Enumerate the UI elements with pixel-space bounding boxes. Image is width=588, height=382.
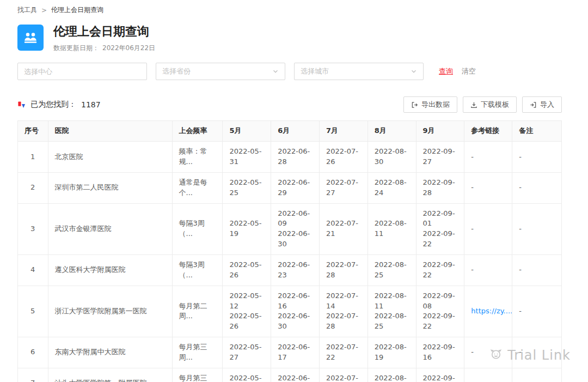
table-cell: 2022-05-19 [223, 203, 271, 254]
table-cell: 2022-08-19 [367, 337, 416, 368]
province-select[interactable]: 选择省份 [156, 63, 285, 80]
header-text: 伦理上会日期查询 数据更新日期： 2022年06月22日 [53, 25, 155, 53]
table-cell: 3 [18, 203, 48, 254]
export-data-label: 导出数据 [421, 100, 450, 110]
city-select-placeholder: 选择城市 [301, 66, 329, 76]
update-date-value: 2022年06月22日 [102, 44, 155, 53]
table-cell: 浙江大学医学院附属第一医院 [48, 286, 172, 337]
table-cell: - [464, 172, 512, 203]
table-header-cell: 序号 [18, 121, 48, 142]
export-data-button[interactable]: 导出数据 [403, 96, 457, 113]
download-icon [470, 101, 477, 108]
table-cell: 2022-07-21 [319, 368, 367, 382]
city-select[interactable]: 选择城市 [294, 63, 424, 80]
table-cell: 深圳市第二人民医院 [48, 172, 172, 203]
breadcrumb: 找工具 > 伦理上会日期查询 [17, 0, 562, 18]
table-cell: 2022-08-24 [367, 172, 416, 203]
search-button[interactable]: 查询 [439, 66, 453, 76]
table-cell: 2022-05-31 [223, 142, 271, 173]
table-cell: - [512, 337, 562, 368]
table-row: 5浙江大学医学院附属第一医院每月第二周...2022-05-12 2022-05… [18, 286, 562, 337]
result-count-icon [17, 101, 26, 109]
chevron-down-icon [272, 68, 279, 75]
table-cell: 2022-08-11 [367, 203, 416, 254]
table-body: 1北京医院频率：常规...2022-05-312022-06-282022-07… [18, 142, 562, 382]
clear-button[interactable]: 清空 [462, 66, 476, 76]
table-cell: 2022-05-25 [223, 172, 271, 203]
table-cell: 2022-08-30 [367, 142, 416, 173]
table-cell: 2022-05-27 [223, 337, 271, 368]
table-cell: 2022-07-28 [319, 254, 367, 286]
table-cell: - [512, 172, 562, 203]
table-cell: 2022-09-22 [416, 254, 464, 286]
page-header: 伦理上会日期查询 数据更新日期： 2022年06月22日 [17, 25, 562, 53]
meeting-people-icon [17, 25, 44, 51]
table-cell: 2022-08-18 [367, 368, 416, 382]
table-cell: 2022-08-25 [367, 254, 416, 286]
table-row: 3武汉市金银潭医院每隔3周（...2022-05-192022-06-09 20… [18, 203, 562, 254]
table-header-cell: 医院 [48, 121, 172, 142]
table-cell: 遵义医科大学附属医院 [48, 254, 172, 286]
table-cell: 每月第三周... [172, 337, 223, 368]
update-date-label: 数据更新日期： [53, 44, 99, 53]
table-cell: 2022-06-09 2022-06-30 [271, 203, 320, 254]
import-label: 导入 [540, 100, 554, 110]
table-header-cell: 7月 [319, 121, 367, 142]
results-summary: 已为您找到： 1187 [17, 100, 101, 110]
export-icon [411, 101, 418, 108]
table-cell: 2022-05-12 2022-05-26 [223, 286, 271, 337]
table-cell: 2022-06-29 [271, 172, 320, 203]
results-bar: 已为您找到： 1187 导出数据 下载模板 [17, 96, 562, 113]
table-cell: 2022-08-11 2022-08-25 [367, 286, 416, 337]
table-cell: 2022-07-27 [319, 172, 367, 203]
province-select-placeholder: 选择省份 [162, 66, 191, 76]
download-template-button[interactable]: 下载模板 [463, 96, 517, 113]
table-cell: 东南大学附属中大医院 [48, 337, 172, 368]
table-cell: 2022-09-16 [416, 337, 464, 368]
table-cell: 2022-09-08 2022-09-22 [416, 286, 464, 337]
data-table: 序号医院上会频率5月6月7月8月9月参考链接备注 1北京医院频率：常规...20… [17, 120, 562, 382]
table-cell: 2 [18, 172, 48, 203]
table-cell: 6 [18, 337, 48, 368]
download-template-label: 下载模板 [481, 100, 509, 110]
reference-link[interactable]: https://zy.... [471, 307, 512, 315]
table-cell: 2022-06-16 [271, 368, 320, 382]
table-cell: 2022-09-27 [416, 142, 464, 173]
breadcrumb-tools-link[interactable]: 找工具 [17, 5, 37, 15]
table-cell: - [464, 337, 512, 368]
table-header-cell: 参考链接 [464, 121, 512, 142]
table-cell: https://zy.... [464, 286, 512, 337]
table-cell: 2022-07-21 [319, 203, 367, 254]
page: 找工具 > 伦理上会日期查询 伦理上会日期查询 数据更新日期： 2022年06月… [17, 0, 562, 382]
table-row: 4遵义医科大学附属医院每隔3周（...2022-05-262022-06-232… [18, 254, 562, 286]
table-cell: - [464, 368, 512, 382]
table-cell: 汕头大学医学院第一附属医院 [48, 368, 172, 382]
table-header-cell: 5月 [223, 121, 271, 142]
table-cell: 2022-06-23 [271, 254, 320, 286]
table-header-cell: 备注 [512, 121, 562, 142]
import-button[interactable]: 导入 [522, 96, 562, 113]
table-cell: - [512, 142, 562, 173]
table-cell: 频率：常规... [172, 142, 223, 173]
table-cell: 1 [18, 142, 48, 173]
table-cell: 2022-09-01 2022-09-22 [416, 203, 464, 254]
table-cell: 通常是每个... [172, 172, 223, 203]
table-row: 7汕头大学医学院第一附属医院每月第三周...2022-05-192022-06-… [18, 368, 562, 382]
center-search-input[interactable] [17, 63, 147, 80]
table-header-cell: 6月 [271, 121, 320, 142]
table-cell: 每隔3周（... [172, 254, 223, 286]
table-cell: 2022-07-26 [319, 142, 367, 173]
breadcrumb-current: 伦理上会日期查询 [51, 5, 103, 15]
results-actions: 导出数据 下载模板 导入 [403, 96, 562, 113]
table-header-row: 序号医院上会频率5月6月7月8月9月参考链接备注 [18, 121, 562, 142]
table-row: 1北京医院频率：常规...2022-05-312022-06-282022-07… [18, 142, 562, 173]
table-cell: - [464, 203, 512, 254]
table-cell: - [512, 254, 562, 286]
table-cell: 每月第三周... [172, 368, 223, 382]
table-cell: 2022-06-28 [271, 142, 320, 173]
table-cell: 2022-05-26 [223, 254, 271, 286]
table-cell: 2022-07-22 [319, 337, 367, 368]
page-title: 伦理上会日期查询 [53, 25, 155, 39]
table-cell: 2022-09-28 [416, 172, 464, 203]
table-cell: 2022-06-17 [271, 337, 320, 368]
